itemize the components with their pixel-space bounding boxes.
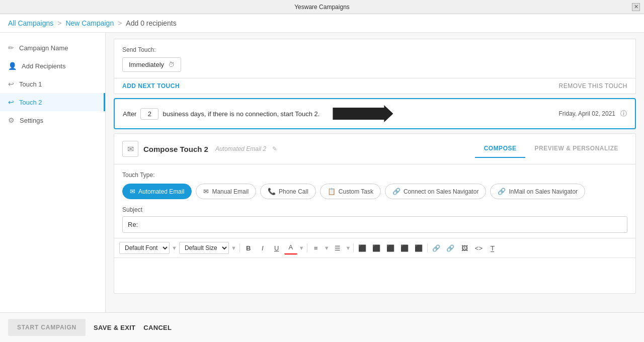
breadcrumb-add-recipients: Add 0 recipients xyxy=(126,19,176,27)
automated-email-icon: ✉ xyxy=(130,188,135,195)
pencil-edit-icon[interactable]: ✎ xyxy=(272,145,277,152)
breadcrumb-sep1: > xyxy=(57,19,61,27)
after-label: After xyxy=(123,110,136,118)
user-icon: 👤 xyxy=(8,62,17,70)
breadcrumb: All Campaigns > New Campaign > Add 0 rec… xyxy=(0,14,644,33)
touch1-icon: ↩ xyxy=(8,80,14,88)
breadcrumb-sep2: > xyxy=(118,19,122,27)
bold-button[interactable]: B xyxy=(242,241,255,254)
btn-connect-sales-nav[interactable]: 🔗 Connect on Sales Navigator xyxy=(385,184,486,199)
touch2-icon: ↩ xyxy=(8,98,14,106)
align-center-button[interactable]: ⬛ xyxy=(370,241,383,254)
start-campaign-button[interactable]: START CAMPAIGN xyxy=(8,319,86,336)
touch1-section: Send Touch: Immediately ⏱ xyxy=(114,39,636,78)
italic-button[interactable]: I xyxy=(256,241,269,254)
delay-bar: After business days, if there is no conn… xyxy=(114,98,636,129)
btn-inmail-sales-nav[interactable]: 🔗 InMail on Sales Navigator xyxy=(490,184,585,199)
envelope-icon: ✉ xyxy=(127,144,134,154)
editor-toolbar: Default Font ▼ Default Size ▼ B I U A ▼ … xyxy=(114,238,635,258)
editor-area[interactable] xyxy=(114,258,635,293)
automated-email-label: Automated Email xyxy=(138,188,184,195)
breadcrumb-all-campaigns[interactable]: All Campaigns xyxy=(8,19,53,27)
toolbar-sep-1 xyxy=(239,243,240,252)
compose-header: ✉ Compose Touch 2 Automated Email 2 ✎ CO… xyxy=(114,134,635,164)
touch-actions-bar: ADD NEXT TOUCH REMOVE THIS TOUCH xyxy=(114,78,636,94)
add-next-touch-button[interactable]: ADD NEXT TOUCH xyxy=(122,82,180,90)
compose-title: Compose Touch 2 xyxy=(143,145,208,153)
phone-icon: 📞 xyxy=(268,188,276,195)
date-label: Friday, April 02, 2021 xyxy=(558,110,615,117)
touch2-section: After business days, if there is no conn… xyxy=(114,98,636,294)
immediately-pill[interactable]: Immediately ⏱ xyxy=(122,57,181,72)
compose-icon-box: ✉ xyxy=(122,141,138,157)
btn-manual-email[interactable]: ✉ Manual Email xyxy=(196,184,256,199)
subject-label: Subject xyxy=(122,206,627,213)
indent-button[interactable]: ⬛ xyxy=(412,241,425,254)
image-button[interactable]: 🖼 xyxy=(458,241,471,254)
sidebar-label-touch2: Touch 2 xyxy=(19,99,42,106)
save-exit-button[interactable]: SAVE & EXIT xyxy=(94,324,135,331)
tab-compose[interactable]: COMPOSE xyxy=(475,140,526,158)
subject-input[interactable] xyxy=(122,216,627,233)
clock-icon: ⏱ xyxy=(168,61,175,68)
sidebar-label-touch1: Touch 1 xyxy=(19,80,42,88)
ordered-list-button[interactable]: ≡ xyxy=(309,241,323,254)
content-area: Send Touch: Immediately ⏱ ADD NEXT TOUCH… xyxy=(106,33,644,312)
remove-touch-button[interactable]: REMOVE THIS TOUCH xyxy=(558,82,627,90)
delay-bar-left: After business days, if there is no conn… xyxy=(123,105,393,122)
custom-task-label: Custom Task xyxy=(339,188,373,195)
tab-preview[interactable]: PREVIEW & PERSONALIZE xyxy=(525,140,627,158)
align-justify-button[interactable]: ⬛ xyxy=(398,241,411,254)
font-family-select[interactable]: Default Font xyxy=(119,242,170,254)
subject-section: Subject xyxy=(114,204,635,238)
sidebar-item-touch2[interactable]: ↩ Touch 2 xyxy=(0,93,105,111)
sidebar-label-campaign-name: Campaign Name xyxy=(19,44,68,52)
breadcrumb-new-campaign[interactable]: New Campaign xyxy=(65,19,114,27)
edit-icon: ✏ xyxy=(8,44,14,52)
inmail-sales-nav-icon: 🔗 xyxy=(498,188,506,195)
touch-type-label: Touch Type: xyxy=(122,172,627,179)
touch-type-buttons: ✉ Automated Email ✉ Manual Email 📞 Phone… xyxy=(122,184,627,199)
unordered-list-button[interactable]: ☰ xyxy=(331,241,344,254)
touch-type-section: Touch Type: ✉ Automated Email ✉ Manual E… xyxy=(114,164,635,204)
unlink-button[interactable]: 🔗 xyxy=(444,241,457,254)
toolbar-sep-4 xyxy=(427,243,428,252)
sidebar-item-settings[interactable]: ⚙ Settings xyxy=(0,111,105,129)
toolbar-sep-2 xyxy=(307,243,307,252)
code-button[interactable]: <> xyxy=(472,241,485,254)
compose-panel: ✉ Compose Touch 2 Automated Email 2 ✎ CO… xyxy=(114,133,636,294)
sidebar-item-campaign-name[interactable]: ✏ Campaign Name xyxy=(0,39,105,57)
send-touch-label: Send Touch: xyxy=(122,46,627,53)
link-button[interactable]: 🔗 xyxy=(430,241,443,254)
font-color-button[interactable]: A xyxy=(284,241,297,254)
sidebar-item-touch1[interactable]: ↩ Touch 1 xyxy=(0,75,105,93)
font-size-select[interactable]: Default Size xyxy=(179,242,229,254)
gear-icon: ⚙ xyxy=(8,116,15,124)
business-days-text: business days, if there is no connection… xyxy=(163,110,319,118)
cancel-button[interactable]: CANCEL xyxy=(143,324,172,331)
bottom-bar: START CAMPAIGN SAVE & EXIT CANCEL xyxy=(0,312,644,342)
sidebar-item-add-recipients[interactable]: 👤 Add Recipients xyxy=(0,57,105,75)
close-button[interactable]: ✕ xyxy=(632,3,640,11)
sidebar: ✏ Campaign Name 👤 Add Recipients ↩ Touch… xyxy=(0,33,106,312)
info-icon[interactable]: ⓘ xyxy=(620,109,627,118)
connect-sales-nav-icon: 🔗 xyxy=(392,188,400,195)
inmail-sales-nav-label: InMail on Sales Navigator xyxy=(509,188,578,195)
align-left-button[interactable]: ⬛ xyxy=(356,241,369,254)
sidebar-label-add-recipients: Add Recipients xyxy=(22,62,65,70)
underline-button[interactable]: U xyxy=(270,241,283,254)
phone-call-label: Phone Call xyxy=(279,188,308,195)
compose-tabs: COMPOSE PREVIEW & PERSONALIZE xyxy=(475,140,627,158)
delay-days-input[interactable] xyxy=(140,108,158,120)
connect-sales-nav-label: Connect on Sales Navigator xyxy=(404,188,478,195)
btn-automated-email[interactable]: ✉ Automated Email xyxy=(122,184,192,199)
sidebar-label-settings: Settings xyxy=(20,117,43,124)
format-button[interactable]: T̲ xyxy=(486,241,499,254)
delay-bar-right: Friday, April 02, 2021 ⓘ xyxy=(558,109,627,118)
task-icon: 📋 xyxy=(328,188,336,195)
align-right-button[interactable]: ⬛ xyxy=(384,241,397,254)
btn-custom-task[interactable]: 📋 Custom Task xyxy=(320,184,381,199)
compose-header-left: ✉ Compose Touch 2 Automated Email 2 ✎ xyxy=(122,141,277,157)
btn-phone-call[interactable]: 📞 Phone Call xyxy=(260,184,316,199)
compose-subtitle: Automated Email 2 xyxy=(215,145,266,152)
